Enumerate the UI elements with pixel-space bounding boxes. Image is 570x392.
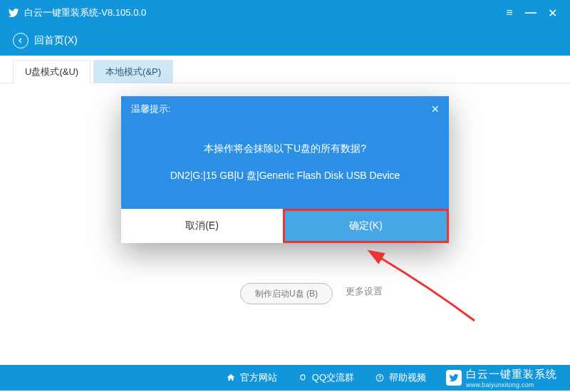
dialog-header: 温馨提示: × — [121, 96, 449, 122]
brand-url: www.baiyunxitong.com — [466, 381, 557, 388]
help-video-label: 帮助视频 — [389, 371, 426, 384]
footer-brand: 白云一键重装系统 www.baiyunxitong.com — [446, 368, 557, 388]
brand-logo-icon — [446, 370, 462, 386]
footer-bar: 官方网站 QQ交流群 ? 帮助视频 白云一键重装系统 www.baiyunxit… — [0, 365, 570, 391]
title-bar: 白云一键重装系统-V8.105.0.0 ≡ — ✕ — [0, 0, 570, 26]
help-icon: ? — [374, 372, 385, 383]
help-video-link[interactable]: ? 帮助视频 — [374, 371, 426, 384]
dialog-warning-text: 本操作将会抹除以下U盘的所有数据? — [135, 140, 435, 158]
svg-point-1 — [301, 376, 304, 380]
make-boot-usb-button[interactable]: 制作启动U盘 (B) — [240, 283, 333, 304]
dialog-device-info: DN2|G:|15 GB|U 盘|Generic Flash Disk USB … — [135, 167, 435, 185]
tab-usb-mode[interactable]: U盘模式(&U) — [13, 60, 90, 83]
menu-button[interactable]: ≡ — [499, 6, 520, 19]
tab-local-mode[interactable]: 本地模式(&P) — [93, 60, 173, 83]
app-title: 白云一键重装系统-V8.105.0.0 — [24, 6, 499, 19]
app-logo-icon — [7, 6, 20, 19]
home-icon — [225, 372, 237, 383]
tab-bar: U盘模式(&U) 本地模式(&P) — [0, 56, 570, 83]
cancel-button[interactable]: 取消(E) — [121, 209, 283, 243]
dialog-buttons: 取消(E) 确定(K) — [121, 209, 449, 243]
qq-group-label: QQ交流群 — [312, 371, 354, 384]
more-settings-link[interactable]: 更多设置 — [346, 285, 383, 298]
qq-group-link[interactable]: QQ交流群 — [297, 371, 354, 384]
nav-bar: 回首页(X) — [0, 26, 570, 56]
qq-icon — [297, 372, 309, 383]
back-icon[interactable] — [13, 33, 28, 48]
close-button[interactable]: ✕ — [542, 6, 563, 20]
ok-button[interactable]: 确定(K) — [283, 209, 449, 243]
minimize-button[interactable]: — — [520, 6, 542, 19]
back-home-link[interactable]: 回首页(X) — [34, 34, 78, 47]
official-site-link[interactable]: 官方网站 — [225, 371, 277, 384]
official-site-label: 官方网站 — [240, 371, 277, 384]
dialog-body: 本操作将会抹除以下U盘的所有数据? DN2|G:|15 GB|U 盘|Gener… — [121, 122, 449, 209]
svg-text:?: ? — [378, 375, 381, 380]
brand-name: 白云一键重装系统 — [466, 368, 557, 381]
confirm-dialog: 温馨提示: × 本操作将会抹除以下U盘的所有数据? DN2|G:|15 GB|U… — [121, 96, 449, 243]
dialog-title: 温馨提示: — [131, 103, 171, 115]
dialog-close-icon[interactable]: × — [431, 102, 439, 117]
